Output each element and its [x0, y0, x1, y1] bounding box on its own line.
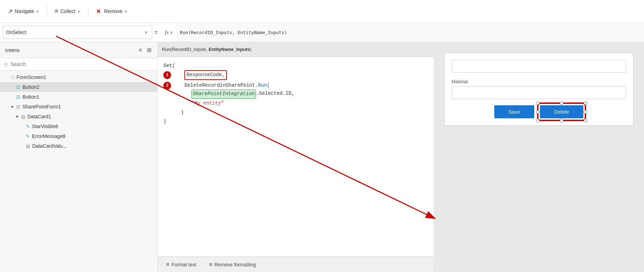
run-function: Run: [258, 81, 267, 90]
close-paren-1: ): [181, 108, 184, 117]
handle-lm: [536, 110, 540, 114]
screen-icon: □: [11, 74, 14, 80]
formula-display-bold: EntityName_Inputs: [209, 47, 250, 52]
badge-1: 1: [163, 71, 171, 79]
tree-label: ErrorMessage8: [32, 133, 66, 139]
toggle-icon: ▼: [10, 104, 15, 109]
toggle-icon: [20, 144, 25, 148]
fx-chevron-icon: ∨: [170, 30, 173, 35]
grid-view-button[interactable]: ⊞: [146, 46, 152, 54]
handle-tr: [584, 101, 587, 105]
tree-item-errormessage8[interactable]: ✎ ErrorMessage8: [0, 131, 157, 141]
save-button[interactable]: Save: [494, 105, 534, 118]
property-select-wrapper: OnSelect ∨: [0, 23, 151, 42]
datacardval-icon: ▤: [26, 144, 30, 149]
code-line-1: Set(: [163, 62, 428, 70]
handle-rm: [584, 110, 587, 114]
material-field-input[interactable]: [452, 86, 626, 99]
fx-button[interactable]: fx ∨: [162, 28, 177, 37]
sidebar: creens ≡ ⊞ ○ □ Form: [0, 42, 158, 272]
form-icon: ⊟: [16, 104, 20, 110]
collect-chevron-icon: ∨: [77, 9, 80, 14]
collect-button[interactable]: ≡ Collect ∨: [51, 6, 84, 17]
sidebar-header: creens ≡ ⊞: [0, 42, 157, 58]
remove-button[interactable]: ✕ Remove ∨: [93, 6, 131, 17]
tree-label: SharePointForm1: [22, 104, 61, 110]
tree-item-formscreen1[interactable]: □ FormScreen1: [0, 72, 157, 82]
edit-icon: ✎: [26, 124, 30, 129]
remove-chevron-icon: ∨: [124, 9, 127, 14]
tree-item-button2[interactable]: ⊡ Button2: [0, 82, 157, 92]
toggle-icon: [10, 94, 15, 99]
fx-icon: fx: [165, 29, 169, 35]
navigate-button[interactable]: ↗ Navigate ∨: [4, 6, 42, 17]
search-input[interactable]: [11, 61, 153, 67]
sidebar-title: creens: [5, 47, 20, 53]
tree-label: DataCardValu...: [32, 143, 67, 149]
button-icon: ⊡: [16, 94, 20, 100]
remove-formatting-button[interactable]: ≡ Remove formatting: [206, 260, 259, 269]
divider-2: [88, 6, 88, 16]
list-view-button[interactable]: ≡: [138, 46, 143, 54]
code-editor[interactable]: Set( 1 ResponseCode, 2 DeleteRecordinSha…: [158, 57, 434, 257]
formula-area: OnSelect ∨ = fx ∨: [0, 23, 644, 42]
tree-item-starvisible8[interactable]: ✎ StarVisible8: [0, 121, 157, 131]
my-entity-string: "My entity": [191, 99, 224, 108]
handle-br: [584, 119, 587, 122]
form-field-material: Material: [452, 79, 626, 99]
toolbar: ↗ Navigate ∨ ≡ Collect ∨ ✕ Remove ∨: [0, 0, 644, 23]
formula-bar-input[interactable]: [176, 23, 644, 42]
preview-panel: Material Save Delete: [434, 42, 644, 272]
sharepoint-integration: SharePointIntegration: [191, 89, 256, 99]
delete-button-wrapper: Delete: [540, 105, 583, 118]
top-field-input[interactable]: [452, 60, 626, 73]
navigate-label: Navigate: [15, 8, 34, 14]
collect-label: Collect: [60, 8, 75, 14]
formula-display-text: Run(RecordID_Inputs, EntityName_Inputs): [162, 47, 251, 52]
tree-item-sharepointform1[interactable]: ▼ ⊟ SharePointForm1: [0, 102, 157, 112]
form-preview: Material Save Delete: [444, 53, 633, 126]
app-container: ↗ Navigate ∨ ≡ Collect ∨ ✕ Remove ∨ OnSe…: [0, 0, 644, 272]
delete-button[interactable]: Delete: [540, 105, 583, 118]
sidebar-icons: ≡ ⊞: [138, 46, 152, 54]
formula-display-bar: Run(RecordID_Inputs, EntityName_Inputs): [158, 42, 434, 57]
material-label: Material: [452, 79, 626, 84]
toggle-icon: ▼: [15, 114, 20, 119]
format-text-icon: ≡: [166, 261, 169, 268]
tree-item-button1[interactable]: ⊡ Button1: [0, 92, 157, 102]
tree-item-datacard1[interactable]: ▼ ▤ DataCard1: [0, 112, 157, 121]
editor-panel: Run(RecordID_Inputs, EntityName_Inputs) …: [158, 42, 434, 272]
handle-bl: [536, 119, 540, 122]
remove-x-icon: ✕: [96, 8, 101, 15]
selected-id: .Selected.ID,: [256, 89, 294, 98]
navigate-chevron-icon: ∨: [36, 9, 39, 14]
tree-label: DataCard1: [27, 114, 51, 119]
search-circle-icon: ○: [4, 61, 8, 67]
form-field-top: [452, 60, 626, 73]
run-open: (: [267, 81, 270, 90]
code-line-3: 2 DeleteRecordinSharePoint.Run(: [163, 81, 428, 90]
format-text-label: Format text: [171, 262, 196, 267]
handle-tm: [560, 101, 563, 105]
search-box: ○: [0, 58, 157, 71]
toggle-icon: [20, 134, 25, 139]
property-select[interactable]: OnSelect: [3, 26, 152, 39]
toggle-icon: [20, 124, 25, 129]
collect-icon: ≡: [55, 8, 58, 15]
list-view-icon: ≡: [139, 47, 142, 53]
code-line-6: ): [163, 108, 428, 117]
code-set: Set(: [163, 62, 175, 70]
code-line-5: "My entity": [163, 99, 428, 108]
delete-record: DeleteRecordinSharePoint.: [184, 81, 258, 90]
format-text-button[interactable]: ≡ Format text: [163, 260, 199, 269]
toggle-icon: [10, 85, 15, 89]
remove-label: Remove: [104, 8, 122, 14]
format-bar: ≡ Format text ≡ Remove formatting: [158, 257, 434, 272]
edit-icon: ✎: [26, 134, 30, 139]
close-paren-2: ): [163, 118, 166, 126]
tree-area: □ FormScreen1 ⊡ Button2 ⊡ Button1: [0, 71, 157, 272]
tree-item-datacardvalu[interactable]: ▤ DataCardValu...: [0, 141, 157, 151]
badge-2: 2: [163, 82, 171, 89]
navigate-icon: ↗: [8, 8, 13, 15]
tree-label: Button2: [22, 84, 39, 90]
